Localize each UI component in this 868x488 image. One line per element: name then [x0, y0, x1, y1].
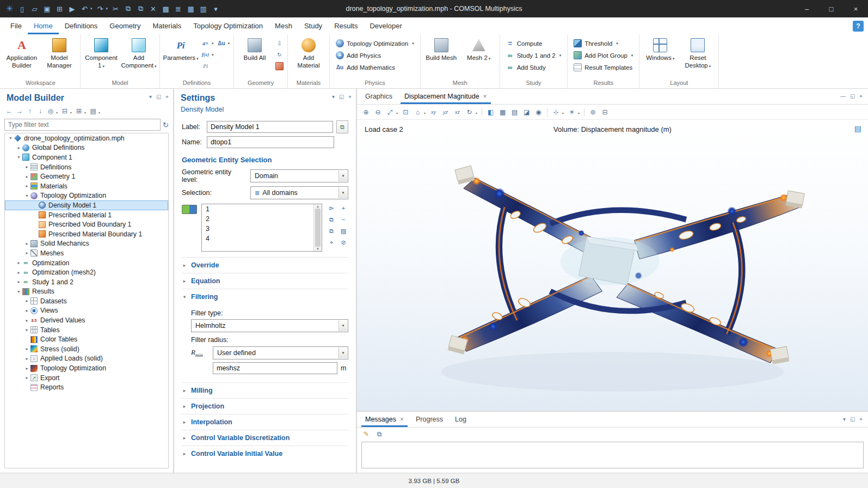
tree-node-reports[interactable]: Reports — [5, 382, 168, 392]
menu-tab-materials[interactable]: Materials — [146, 17, 187, 34]
lock-view-icon[interactable]: ◉ — [533, 107, 544, 118]
zoom-in-icon[interactable]: ⊕ — [360, 107, 372, 118]
parameter-case-button[interactable] — [200, 62, 215, 71]
save-as-icon[interactable]: ⊞ — [53, 2, 66, 16]
move-up-icon[interactable]: ↑ — [25, 106, 35, 116]
compute-icon[interactable]: ≣ — [172, 2, 184, 16]
expander-icon[interactable]: ▸ — [23, 251, 30, 255]
expander-icon[interactable]: ▸ — [23, 184, 30, 188]
variables-button[interactable]: ▾ — [200, 39, 215, 48]
build-all-button[interactable]: Build All — [237, 36, 273, 63]
zoom-extents-dropdown-icon[interactable]: ▾ — [396, 111, 398, 115]
tree-node-topology-optimization[interactable]: ▸Topology Optimization — [5, 363, 168, 373]
add-study-button[interactable]: Add Study — [504, 62, 564, 72]
tree-node-color-tables[interactable]: Color Tables — [5, 334, 168, 344]
close-tab-icon[interactable]: × — [483, 93, 487, 100]
plot-icon[interactable]: ▥ — [197, 2, 210, 16]
menu-tab-file[interactable]: File — [4, 17, 28, 34]
add-component-button[interactable]: Add Component▾ — [121, 36, 157, 70]
add-mathematics-button[interactable]: Add Mathematics — [334, 62, 416, 72]
tree-node-global-definitions[interactable]: ▸Global Definitions — [5, 143, 168, 153]
tree-node-prescribed-material-1[interactable]: Prescribed Material 1 — [5, 210, 168, 220]
menu-tab-study[interactable]: Study — [298, 17, 328, 34]
go-to-default-view-dropdown-icon[interactable]: ▾ — [424, 111, 426, 115]
expand-all-dropdown-icon[interactable]: ▾ — [84, 111, 86, 114]
domain-list-item[interactable]: 4 — [202, 234, 313, 243]
expander-icon[interactable]: ▾ — [15, 289, 22, 294]
minimize-button[interactable]: – — [795, 0, 819, 17]
label-input[interactable] — [207, 121, 333, 133]
scene-light-icon[interactable]: ☀ — [566, 107, 577, 118]
expander-icon[interactable]: ▸ — [23, 356, 30, 361]
section-equation[interactable]: ▸Equation — [182, 273, 348, 289]
label-options-button[interactable]: ⧉ — [336, 120, 348, 133]
model-manager-button[interactable]: Model Manager — [41, 36, 77, 70]
domain-list-item[interactable]: 1 — [202, 204, 313, 214]
maximize-button[interactable]: □ — [819, 0, 844, 17]
select-mode-dropdown-icon[interactable]: ▾ — [562, 111, 564, 115]
threshold-button[interactable]: Threshold▾ — [571, 38, 635, 48]
graphics-canvas[interactable]: Load case 2 Volume: Displacement magnitu… — [357, 120, 868, 411]
tree-node-study-1-and-2[interactable]: ▸Study 1 and 2 — [5, 277, 168, 287]
expander-icon[interactable]: ▸ — [23, 241, 30, 246]
float-icon[interactable]: ◱ — [850, 416, 855, 423]
expander-icon[interactable]: ▸ — [23, 318, 30, 323]
pin-icon[interactable]: ⌖ — [859, 93, 863, 100]
tree-node-optimization[interactable]: ▸Optimization — [5, 258, 168, 268]
functions-button[interactable]: ▾ — [200, 50, 215, 59]
virtual-operations-button[interactable] — [274, 62, 285, 71]
delete-icon[interactable]: ✕ — [147, 2, 159, 16]
expander-icon[interactable]: ▸ — [23, 174, 30, 179]
undo-dropdown-icon[interactable]: ▾ — [90, 7, 93, 11]
tab-progress[interactable]: Progress — [410, 412, 449, 427]
menu-tab-results[interactable]: Results — [328, 17, 364, 34]
float-icon[interactable]: ◱ — [156, 94, 161, 100]
filter-radius-dropdown[interactable]: User defined ▾ — [213, 346, 348, 359]
tree-node-definitions[interactable]: ▸Definitions — [5, 162, 168, 172]
tree-node-derived-values[interactable]: ▸Derived Values — [5, 315, 168, 325]
collapse-all-icon[interactable]: ⊟ — [60, 106, 70, 116]
tree-node-density-model-1[interactable]: Density Model 1 — [5, 200, 168, 210]
copy-icon[interactable]: ⧉ — [374, 429, 384, 439]
expander-icon[interactable]: ▸ — [23, 298, 30, 303]
tree-node-topology-optimization[interactable]: ▾Topology Optimization — [5, 191, 168, 201]
name-input[interactable] — [207, 136, 334, 148]
redo-dropdown-icon[interactable]: ▾ — [106, 7, 108, 11]
tree-node-geometry-1[interactable]: ▸Geometry 1 — [5, 172, 168, 181]
add-physics-button[interactable]: Add Physics — [334, 50, 416, 60]
geometric-entity-level-dropdown[interactable]: Domain ▾ — [250, 169, 348, 182]
minimize-icon[interactable]: — — [840, 93, 846, 100]
show-grid-icon[interactable]: ▦ — [497, 107, 508, 118]
clear-selection-icon[interactable]: ▨ — [338, 227, 348, 235]
open-file-icon[interactable]: ▱ — [28, 2, 41, 16]
back-icon[interactable]: ← — [4, 106, 14, 116]
mesh-2-button[interactable]: Mesh 2▾ — [461, 36, 497, 63]
tree-node-stress-solid[interactable]: ▸Stress (solid) — [5, 344, 168, 354]
add-plot-group-button[interactable]: Add Plot Group▾ — [571, 50, 635, 60]
customize-quick-access-icon[interactable]: ▾ — [210, 2, 222, 16]
paste-icon[interactable]: ⧉ — [134, 2, 147, 16]
tree-node-datasets[interactable]: ▸Datasets — [5, 296, 168, 306]
messages-content[interactable] — [361, 442, 864, 468]
study-1-and-2-button[interactable]: Study 1 and 2▾ — [504, 50, 564, 60]
clear-messages-icon[interactable]: ✎ — [361, 429, 371, 439]
tab-graphics[interactable]: Graphics — [359, 89, 398, 104]
show-legends-icon[interactable]: ▤ — [509, 107, 520, 118]
float-icon[interactable]: ◱ — [339, 94, 344, 100]
menu-tab-developer[interactable]: Developer — [364, 17, 408, 34]
tab-messages[interactable]: Messages× — [359, 412, 410, 427]
zoom-to-selection-icon[interactable]: ⌖ — [327, 238, 336, 247]
view-xy-icon[interactable]: xy — [428, 107, 439, 118]
view-xz-icon[interactable]: xz — [452, 107, 463, 118]
active-selection-toggle[interactable] — [182, 205, 197, 214]
expander-icon[interactable]: ▸ — [23, 375, 30, 380]
import-geometry-button[interactable] — [274, 39, 285, 48]
section-filtering[interactable]: ▾ Filtering — [182, 289, 348, 304]
cut-icon[interactable]: ✂ — [109, 2, 122, 16]
collapse-all-dropdown-icon[interactable]: ▾ — [70, 111, 72, 114]
tree-node-export[interactable]: ▸Export — [5, 373, 168, 383]
help-button[interactable]: ? — [853, 21, 864, 32]
copy-icon[interactable]: ⧉ — [122, 2, 134, 16]
pin-icon[interactable]: ⌖ — [348, 94, 352, 100]
expander-icon[interactable]: ▸ — [15, 145, 22, 150]
